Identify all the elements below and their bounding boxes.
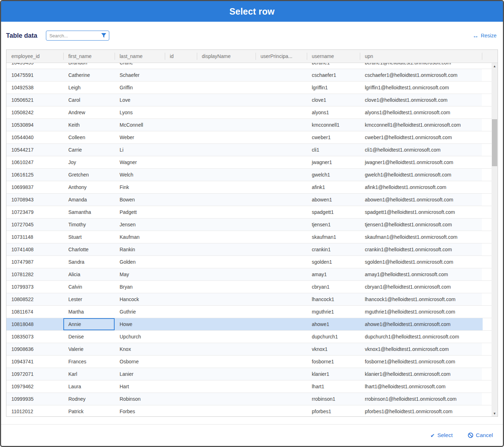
- cell-first_name: Karl: [63, 368, 115, 380]
- table-row[interactable]: 10544217CarrieLicli1cli1@helloidtest1.on…: [6, 144, 492, 156]
- search-input[interactable]: [46, 31, 109, 41]
- cell-employee_id: 10723479: [6, 206, 63, 218]
- cell-upn: jwagner1@helloidtest1.onmicrosoft.com: [360, 156, 482, 168]
- table-row[interactable]: 10723479SamanthaPadgettspadgett1spadgett…: [6, 206, 492, 219]
- cell-displayName: [197, 318, 256, 330]
- column-header-id[interactable]: id: [165, 50, 197, 63]
- cell-username: abowen1: [307, 194, 360, 206]
- table-row[interactable]: 10731148StuartKaufmanskaufman1skaufman1@…: [6, 231, 492, 243]
- cell-id: [165, 231, 197, 243]
- table-row[interactable]: 10616125GretchenWelchgwelch1gwelch1@hell…: [6, 169, 492, 181]
- cell-upn: cbryan1@helloidtest1.onmicrosoft.com: [360, 281, 482, 293]
- cell-employee_id: 10808522: [6, 293, 63, 305]
- cell-username: skaufman1: [307, 231, 360, 243]
- cell-first_name: Valerie: [63, 343, 115, 355]
- table-row[interactable]: 10835073DeniseUpchurchdupchurch1dupchurc…: [6, 331, 492, 343]
- table-row[interactable]: 10943741FrancesOsbornefosborne1fosborne1…: [6, 356, 492, 368]
- cell-upn: afink1@helloidtest1.onmicrosoft.com: [360, 181, 482, 193]
- table-row[interactable]: 10699837AnthonyFinkafink1afink1@helloidt…: [6, 181, 492, 194]
- toolbar: Table data ↔ Resize: [1, 22, 503, 49]
- cell-id: [165, 144, 197, 156]
- table-row[interactable]: 10727045TimothyJensentjensen1tjensen1@he…: [6, 219, 492, 231]
- cell-username: cschaefer1: [307, 69, 360, 81]
- column-header-displayName[interactable]: displayName: [197, 50, 256, 63]
- cell-last_name: May: [115, 268, 165, 280]
- cell-id: [165, 194, 197, 206]
- cell-first_name: Colleen: [63, 131, 115, 143]
- table-row[interactable]: 10799373CalvinBryancbryan1cbryan1@helloi…: [6, 281, 492, 293]
- filter-funnel-icon[interactable]: [101, 33, 106, 38]
- cell-upn: cli1@helloidtest1.onmicrosoft.com: [360, 144, 482, 156]
- vertical-scrollbar[interactable]: ▲ ▼: [492, 63, 498, 416]
- table-row[interactable]: 10811674MarthaGuthriemguthrie1mguthrie1@…: [6, 306, 492, 318]
- column-header-userPrincipalName[interactable]: userPrincipa...: [256, 50, 307, 63]
- table-row[interactable]: 10459455BrandonCranebcrane1bcrane1@hello…: [6, 63, 492, 69]
- cell-userPrincipalName: [256, 243, 307, 256]
- column-header-upn[interactable]: upn: [360, 50, 482, 63]
- cell-userPrincipalName: [256, 368, 307, 380]
- cell-displayName: [197, 131, 256, 143]
- scroll-up-arrow-icon[interactable]: ▲: [492, 63, 498, 69]
- table-row[interactable]: 10999935RodneyRobinsonrrobinson1rrobinso…: [6, 393, 492, 405]
- select-button[interactable]: ✔ Select: [430, 432, 453, 438]
- table-row[interactable]: 10610247JoyWagnerjwagner1jwagner1@helloi…: [6, 156, 492, 169]
- cell-username: cbryan1: [307, 281, 360, 293]
- table-row[interactable]: 10972071KarlLanierklanier1klanier1@hello…: [6, 368, 492, 380]
- cell-upn: tjensen1@helloidtest1.onmicrosoft.com: [360, 219, 482, 231]
- column-header-username[interactable]: username: [307, 50, 360, 63]
- cell-upn: clove1@helloidtest1.onmicrosoft.com: [360, 94, 482, 106]
- cell-displayName: [197, 181, 256, 193]
- column-header-employee_id[interactable]: employee_id: [6, 50, 63, 63]
- cancel-button[interactable]: Cancel: [468, 432, 493, 438]
- table-row[interactable]: 10741408CharlotteRankincrankin1crankin1@…: [6, 243, 492, 256]
- cell-last_name: Griffin: [115, 81, 165, 94]
- table-row[interactable]: 10781282AliciaMayamay1amay1@helloidtest1…: [6, 268, 492, 281]
- resize-button[interactable]: ↔ Resize: [473, 33, 497, 39]
- table-row[interactable]: 10508242AndrewLyonsalyons1alyons1@helloi…: [6, 106, 492, 119]
- table-row[interactable]: 10979462LauraHartlhart1lhart1@helloidtes…: [6, 380, 492, 393]
- cell-upn: gwelch1@helloidtest1.onmicrosoft.com: [360, 169, 482, 181]
- table-row[interactable]: 10818048AnnieHoweahowe1ahowe1@helloidtes…: [6, 318, 492, 331]
- cell-displayName: [197, 256, 256, 268]
- table-row[interactable]: 10708943AmandaBowenabowen1abowen1@helloi…: [6, 194, 492, 206]
- table-row[interactable]: 10506521CarolLoveclove1clove1@helloidtes…: [6, 94, 492, 106]
- scroll-down-arrow-icon[interactable]: ▼: [492, 410, 498, 416]
- cell-upn: skaufman1@helloidtest1.onmicrosoft.com: [360, 231, 482, 243]
- cell-last_name: Golden: [115, 256, 165, 268]
- cell-id: [165, 131, 197, 143]
- cell-username: gwelch1: [307, 169, 360, 181]
- cell-last_name: Osborne: [115, 356, 165, 368]
- cell-id: [165, 281, 197, 293]
- table-row[interactable]: 11012012PatrickForbespforbes1pforbes1@he…: [6, 405, 492, 416]
- table-row[interactable]: 10747987SandraGoldensgolden1sgolden1@hel…: [6, 256, 492, 268]
- table-row[interactable]: 10544040ColleenWebercweber1cweber1@hello…: [6, 131, 492, 144]
- scrollbar-track[interactable]: [492, 69, 498, 410]
- cell-username: cweber1: [307, 131, 360, 143]
- cell-displayName: [197, 63, 256, 69]
- column-header-first_name[interactable]: first_name: [63, 50, 115, 63]
- ban-icon: [468, 432, 473, 438]
- cell-displayName: [197, 331, 256, 343]
- cell-first_name: Carrie: [63, 144, 115, 156]
- cell-employee_id: 10530894: [6, 119, 63, 131]
- cell-last_name: Crane: [115, 63, 165, 69]
- cell-displayName: [197, 281, 256, 293]
- table-row[interactable]: 10492538LeighGriffinlgriffin1lgriffin1@h…: [6, 81, 492, 94]
- cell-id: [165, 119, 197, 131]
- table-row[interactable]: 10530894KeithMcConnellkmcconnell1kmcconn…: [6, 119, 492, 131]
- cell-employee_id: 10943741: [6, 356, 63, 368]
- cell-last_name: Upchurch: [115, 331, 165, 343]
- cell-upn: rrobinson1@helloidtest1.onmicrosoft.com: [360, 393, 482, 405]
- cell-last_name: Robinson: [115, 393, 165, 405]
- table-row[interactable]: 10908636ValerieKnoxvknox1vknox1@helloidt…: [6, 343, 492, 356]
- cell-username: dupchurch1: [307, 331, 360, 343]
- cell-displayName: [197, 268, 256, 280]
- scrollbar-thumb[interactable]: [492, 119, 497, 166]
- table-row[interactable]: 10475591CatherineSchaefercschaefer1cscha…: [6, 69, 492, 81]
- cell-displayName: [197, 405, 256, 416]
- cell-upn: pforbes1@helloidtest1.onmicrosoft.com: [360, 405, 482, 416]
- table-row[interactable]: 10808522LesterHancocklhancock1lhancock1@…: [6, 293, 492, 306]
- column-header-last_name[interactable]: last_name: [115, 50, 165, 63]
- cell-first_name: Brandon: [63, 63, 115, 69]
- cell-displayName: [197, 69, 256, 81]
